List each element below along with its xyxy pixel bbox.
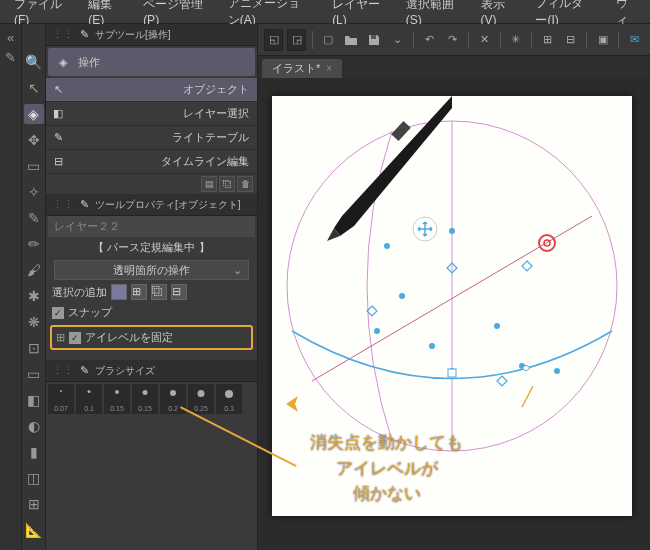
gradient-icon[interactable]: ◫	[24, 468, 44, 488]
addsel-mode-1[interactable]	[111, 284, 127, 300]
pencil-icon[interactable]: ✎	[2, 48, 20, 66]
magnify-icon[interactable]: 🔍	[24, 52, 44, 72]
fix-eyelevel-highlight: ⊞ ✓ アイレベルを固定	[50, 325, 253, 350]
svg-rect-0	[371, 35, 376, 39]
fx-icon[interactable]: ▣	[593, 29, 612, 51]
brush-header: ⋮⋮ ✎ ブラシサイズ	[46, 360, 257, 382]
object-icon[interactable]: ◈	[24, 104, 44, 124]
main-tool-row[interactable]: ◈ 操作	[48, 48, 255, 76]
tool-icon-a[interactable]: ◱	[264, 29, 283, 51]
addsel-mode-4[interactable]: ⊟	[171, 284, 187, 300]
brush-preset[interactable]: 0.15	[132, 384, 158, 414]
subtool-label: オブジェクト	[183, 82, 249, 97]
separator	[618, 31, 619, 49]
subtool-layer-select[interactable]: ◧ レイヤー選択	[46, 102, 257, 126]
snap-row[interactable]: ✓ スナップ	[46, 302, 257, 323]
menubar: ファイル(F) 編集(E) ページ管理(P) アニメーション(A) レイヤー(L…	[0, 0, 650, 24]
annotation-text: 消失点を動かしても アイレベルが 傾かない	[310, 430, 463, 507]
brush-preset[interactable]: 0.3	[216, 384, 242, 414]
pen-tab-icon[interactable]: ✎	[80, 198, 89, 211]
separator	[531, 31, 532, 49]
separator	[413, 31, 414, 49]
tool-icon-b[interactable]: ◲	[287, 29, 306, 51]
subtool-title: サブツール[操作]	[95, 28, 171, 42]
separator	[468, 31, 469, 49]
new-icon[interactable]: ▢	[319, 29, 338, 51]
addsel-mode-2[interactable]: ⊞	[131, 284, 147, 300]
grip-icon[interactable]: ⋮⋮	[52, 364, 74, 377]
snap-label: スナップ	[68, 305, 112, 320]
grid3d-icon[interactable]: ⊞	[24, 494, 44, 514]
mail-icon[interactable]: ✉	[625, 29, 644, 51]
trash-icon[interactable]: 🗑	[237, 176, 253, 192]
fix-eyelevel-checkbox[interactable]: ✓	[69, 332, 81, 344]
grid-icon-2[interactable]: ⊟	[561, 29, 580, 51]
brush-preset[interactable]: 0.1	[76, 384, 102, 414]
pen-icon[interactable]: ✏	[24, 234, 44, 254]
document-tab[interactable]: イラスト* ×	[262, 59, 342, 78]
rect-icon[interactable]: ▭	[24, 364, 44, 384]
grip-icon[interactable]: ⋮⋮	[52, 28, 74, 41]
brush-preset[interactable]: 0.25	[188, 384, 214, 414]
fix-eyelevel-row[interactable]: ⊞ ✓ アイレベルを固定	[56, 329, 247, 346]
svg-rect-19	[391, 121, 411, 141]
line-icon[interactable]: ⊡	[24, 338, 44, 358]
layer-name: レイヤー２２	[48, 216, 255, 237]
subtool-label: ライトテーブル	[172, 130, 249, 145]
brush-preset[interactable]: 0.07	[48, 384, 74, 414]
annotation-line-1: 消失点を動かしても	[310, 430, 463, 456]
top-toolbar: ◱ ◲ ▢ ⌄ ↶ ↷ ✕ ✳ ⊞ ⊟ ▣ ✉	[258, 24, 650, 56]
subtool-lighttable[interactable]: ✎ ライトテーブル	[46, 126, 257, 150]
blend-icon[interactable]: ◐	[24, 416, 44, 436]
airbrush-icon[interactable]: ✱	[24, 286, 44, 306]
pen-tab-icon[interactable]: ✎	[80, 28, 89, 41]
addsel-mode-3[interactable]: ⿻	[151, 284, 167, 300]
editing-status: 【 パース定規編集中 】	[46, 237, 257, 258]
operation-dropdown[interactable]: 透明箇所の操作	[54, 260, 249, 280]
subtool-object[interactable]: ↖ オブジェクト	[46, 78, 257, 102]
arrowhead-icon	[286, 396, 302, 412]
light-small-icon: ✎	[50, 130, 66, 146]
subtool-list: ↖ オブジェクト ◧ レイヤー選択 ✎ ライトテーブル ⊟ タイムライン編集	[46, 78, 257, 174]
annotation-marker: ╱	[522, 386, 533, 408]
cursor-icon[interactable]: ↖	[24, 78, 44, 98]
separator	[312, 31, 313, 49]
marquee-icon[interactable]: ▭	[24, 156, 44, 176]
eraser-icon[interactable]: ◧	[24, 390, 44, 410]
brush-grid: 0.07 0.1 0.15 0.15 0.2 0.25 0.3	[46, 382, 257, 416]
eyedrop-icon[interactable]: ✎	[24, 208, 44, 228]
subtool-btn-1[interactable]: ▤	[201, 176, 217, 192]
undo-icon[interactable]: ↶	[420, 29, 439, 51]
close-tab-icon[interactable]: ×	[326, 63, 332, 74]
expand-icon[interactable]: ⊞	[56, 331, 65, 344]
svg-point-10	[494, 323, 500, 329]
spinner-icon[interactable]: ✳	[506, 29, 525, 51]
snap-checkbox[interactable]: ✓	[52, 307, 64, 319]
fill-icon[interactable]: ▮	[24, 442, 44, 462]
main-tool-label: 操作	[78, 55, 100, 70]
decorate-icon[interactable]: ❋	[24, 312, 44, 332]
wand-icon[interactable]: ✧	[24, 182, 44, 202]
svg-point-7	[374, 328, 380, 334]
open-icon[interactable]	[342, 29, 361, 51]
subtool-btn-2[interactable]: ⿻	[219, 176, 235, 192]
layer-small-icon: ◧	[50, 106, 66, 122]
subtool-button-row: ▤ ⿻ 🗑	[46, 174, 257, 194]
brush-icon[interactable]: 🖌	[24, 260, 44, 280]
move-icon[interactable]: ✥	[24, 130, 44, 150]
ruler-icon[interactable]: 📐	[24, 520, 44, 540]
redo-icon[interactable]: ↷	[443, 29, 462, 51]
pen-tab-icon[interactable]: ✎	[80, 364, 89, 377]
save-icon[interactable]	[365, 29, 384, 51]
grip-icon[interactable]: ⋮⋮	[52, 198, 74, 211]
grid-icon-1[interactable]: ⊞	[538, 29, 557, 51]
brush-preset[interactable]: 0.15	[104, 384, 130, 414]
svg-point-8	[429, 343, 435, 349]
delete-icon[interactable]: ✕	[475, 29, 494, 51]
subtool-timeline[interactable]: ⊟ タイムライン編集	[46, 150, 257, 174]
subtool-label: レイヤー選択	[183, 106, 249, 121]
chevron-down-icon[interactable]: ⌄	[388, 29, 407, 51]
toolbox: 🔍 ↖ ◈ ✥ ▭ ✧ ✎ ✏ 🖌 ✱ ❋ ⊡ ▭ ◧ ◐ ▮ ◫ ⊞ 📐	[22, 24, 46, 550]
collapse-icon[interactable]: «	[2, 28, 20, 46]
add-selection-row: 選択の追加 ⊞ ⿻ ⊟	[46, 282, 257, 302]
